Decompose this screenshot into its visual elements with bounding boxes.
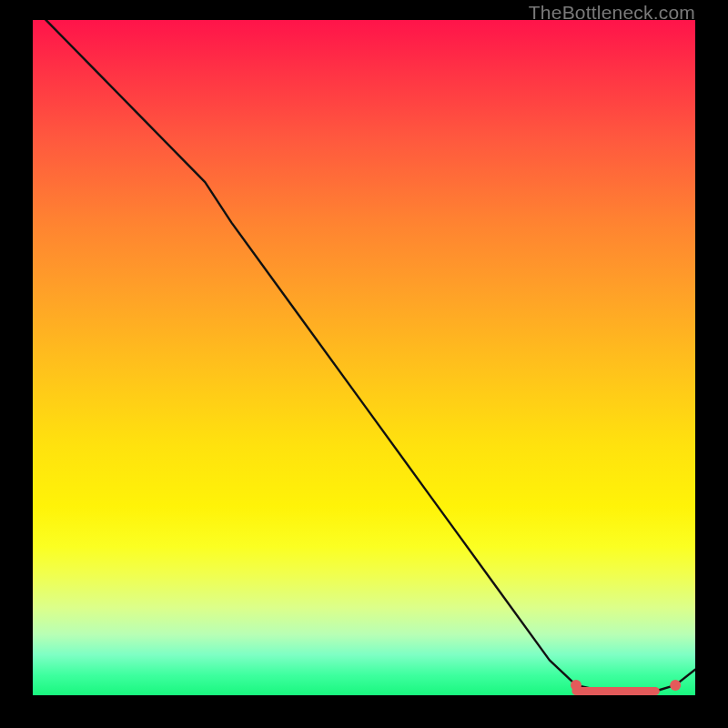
marker-left-dot bbox=[571, 680, 581, 691]
marker-right-dot bbox=[670, 680, 681, 691]
chart-svg bbox=[33, 20, 695, 695]
bottleneck-curve bbox=[33, 20, 695, 691]
plot-area bbox=[33, 20, 695, 695]
chart-frame: { "attribution": "TheBottleneck.com", "c… bbox=[0, 0, 728, 728]
